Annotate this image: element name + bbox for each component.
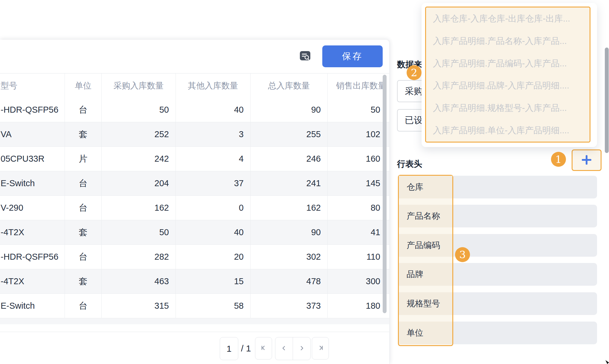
mouse-cursor-icon — [605, 360, 609, 364]
row-header-item-brand[interactable]: 品牌 — [399, 263, 452, 286]
table-row: -4T2X 套 463 15 478 300 — [0, 269, 389, 294]
cell-total-in: 255 — [251, 122, 328, 146]
table-row: E-Switch 台 315 58 373 180 — [0, 294, 389, 318]
table-body: -HDR-QSFP56 台 50 40 90 50 VA 套 252 3 255… — [0, 98, 389, 318]
dropdown-option[interactable]: 入库产品明细.产品编码-入库产品... — [426, 52, 590, 75]
cell-purchase-in: 162 — [102, 196, 176, 220]
row-header-item-spec-model[interactable]: 规格型号 — [399, 292, 452, 315]
cell-other-in: 58 — [176, 294, 251, 318]
cell-sales-out: 102 — [328, 122, 389, 146]
cell-unit: 台 — [65, 294, 102, 318]
page-vertical-scrollbar[interactable] — [605, 48, 609, 153]
cell-sales-out: 41 — [328, 220, 389, 244]
cell-other-in: 3 — [176, 122, 251, 146]
cell-total-in: 302 — [251, 245, 328, 269]
prev-page-button[interactable] — [275, 337, 293, 360]
table-header-row: 型号 单位 采购入库数量 其他入库数量 总入库数量 销售出库数量 — [0, 73, 389, 98]
cell-model: -HDR-QSFP56 — [0, 98, 65, 122]
table-row: V-290 台 162 0 162 80 — [0, 196, 389, 220]
table-row: -HDR-QSFP56 台 50 40 90 50 — [0, 98, 389, 122]
cell-model: VA — [0, 122, 65, 146]
cell-model: E-Switch — [0, 171, 65, 195]
column-header-sales-out: 销售出库数量 — [328, 74, 389, 98]
add-row-header-button[interactable] — [572, 149, 602, 171]
cell-purchase-in: 242 — [102, 147, 176, 171]
dropdown-option[interactable]: 入库产品明细.单位-入库产品明细.... — [426, 119, 590, 142]
cell-other-in: 40 — [176, 98, 251, 122]
column-header-purchase-in: 采购入库数量 — [102, 74, 176, 98]
step-badge-2: 2 — [407, 65, 422, 80]
cell-other-in: 15 — [176, 269, 251, 293]
cell-total-in: 162 — [251, 196, 328, 220]
prev-next-button-group — [275, 337, 311, 360]
first-page-button[interactable] — [255, 337, 272, 360]
cell-model: V-290 — [0, 196, 65, 220]
row-header-bar — [453, 263, 597, 286]
cell-purchase-in: 463 — [102, 269, 176, 293]
plus-icon — [580, 153, 593, 167]
cell-purchase-in: 315 — [102, 294, 176, 318]
table-row: 05CPU33R 片 242 4 246 160 — [0, 147, 389, 171]
table-vertical-scrollbar[interactable] — [383, 75, 387, 313]
last-page-button[interactable] — [312, 337, 329, 360]
cell-sales-out: 80 — [328, 196, 389, 220]
cell-unit: 台 — [65, 98, 102, 122]
dropdown-option[interactable]: 入库产品明细.规格型号-入库产品... — [426, 97, 590, 119]
row-header-highlight-box — [398, 175, 453, 346]
cell-model: 05CPU33R — [0, 147, 65, 171]
next-page-button[interactable] — [293, 337, 310, 360]
table-row: E-Switch 台 204 37 241 145 — [0, 171, 389, 196]
dropdown-option[interactable]: 入库产品明细.品牌-入库产品明细.... — [426, 74, 590, 97]
cell-other-in: 37 — [176, 171, 251, 195]
cell-total-in: 90 — [251, 220, 328, 244]
row-header-bar — [453, 234, 597, 257]
dropdown-option[interactable]: 入库仓库-入库仓库-出库仓库-出库... — [426, 7, 590, 30]
dropdown-option[interactable]: 入库产品明细.产品名称-入库产品... — [426, 30, 590, 52]
table-preview-card: 保存 型号 单位 采购入库数量 其他入库数量 总入库数量 销售出库数量 -HDR… — [0, 40, 390, 364]
row-header-bar — [453, 322, 597, 344]
cell-other-in: 40 — [176, 220, 251, 244]
cell-other-in: 0 — [176, 196, 251, 220]
cell-unit: 台 — [65, 171, 102, 195]
save-button[interactable]: 保存 — [322, 45, 383, 67]
data-view-search-icon[interactable] — [300, 51, 310, 61]
row-header-item-product-name[interactable]: 产品名称 — [399, 205, 452, 227]
cell-sales-out: 160 — [328, 147, 389, 171]
cell-purchase-in: 50 — [102, 98, 176, 122]
cell-purchase-in: 252 — [102, 122, 176, 146]
column-header-other-in: 其他入库数量 — [176, 74, 251, 98]
cell-sales-out: 110 — [328, 245, 389, 269]
table-row: -4T2X 套 50 40 90 41 — [0, 220, 389, 245]
cell-unit: 套 — [65, 269, 102, 293]
row-header-item-warehouse[interactable]: 仓库 — [399, 176, 452, 198]
field-dropdown-popup: 入库仓库-入库仓库-出库仓库-出库... 入库产品明细.产品名称-入库产品...… — [422, 3, 597, 147]
column-header-model: 型号 — [0, 74, 65, 98]
cell-total-in: 373 — [251, 294, 328, 318]
cell-purchase-in: 282 — [102, 245, 176, 269]
cell-other-in: 4 — [176, 147, 251, 171]
column-header-total-in: 总入库数量 — [251, 74, 328, 98]
cell-unit: 片 — [65, 147, 102, 171]
cell-unit: 台 — [65, 196, 102, 220]
field-dropdown-list: 入库仓库-入库仓库-出库仓库-出库... 入库产品明细.产品名称-入库产品...… — [425, 7, 590, 143]
report-designer-page: 保存 型号 单位 采购入库数量 其他入库数量 总入库数量 销售出库数量 -HDR… — [0, 0, 609, 364]
cell-sales-out: 145 — [328, 171, 389, 195]
clipped-table-row — [0, 318, 389, 324]
cell-total-in: 90 — [251, 98, 328, 122]
cell-unit: 套 — [65, 220, 102, 244]
page-number-input[interactable]: 1 — [220, 337, 238, 360]
cell-unit: 套 — [65, 122, 102, 146]
cell-total-in: 246 — [251, 147, 328, 171]
cell-sales-out: 180 — [328, 294, 389, 318]
cell-model: -HDR-QSFP56 — [0, 245, 65, 269]
prev-page-icon — [280, 345, 288, 353]
table-row: VA 套 252 3 255 102 — [0, 122, 389, 147]
table-row: -HDR-QSFP56 台 282 20 302 110 — [0, 245, 389, 269]
cell-model: E-Switch — [0, 294, 65, 318]
cell-model: -4T2X — [0, 220, 65, 244]
row-header-item-unit[interactable]: 单位 — [399, 322, 452, 344]
cell-sales-out: 300 — [328, 269, 389, 293]
next-page-icon — [298, 345, 305, 353]
cell-total-in: 241 — [251, 171, 328, 195]
row-header-item-product-code[interactable]: 产品编码 — [399, 234, 452, 257]
